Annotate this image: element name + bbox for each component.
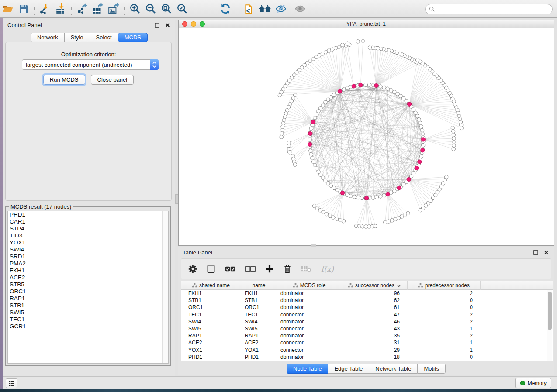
graph-node[interactable] xyxy=(335,188,339,192)
mcds-result-item[interactable]: YOX1 xyxy=(8,239,168,246)
graph-node[interactable] xyxy=(342,219,345,223)
graph-node[interactable] xyxy=(371,196,375,199)
search-field[interactable] xyxy=(425,4,553,14)
graph-hub-node[interactable] xyxy=(308,142,312,146)
graph-node[interactable] xyxy=(280,128,284,132)
graph-node[interactable] xyxy=(334,46,337,50)
table-row[interactable]: ORC1ORC1dominator610 xyxy=(181,304,553,311)
mcds-result-item[interactable]: SWI4 xyxy=(8,246,168,253)
mcds-result-item[interactable]: TID3 xyxy=(8,232,168,239)
delete-column-button[interactable] xyxy=(284,262,291,275)
graph-node[interactable] xyxy=(338,218,342,222)
graph-node[interactable] xyxy=(445,175,448,179)
graph-hub-node[interactable] xyxy=(407,177,411,181)
table-row[interactable]: SWI5SWI5connector431 xyxy=(181,325,553,332)
network-graph[interactable] xyxy=(179,28,554,245)
graph-node[interactable] xyxy=(367,83,371,86)
column-header-predecessor-nodes[interactable]: predecessor nodes xyxy=(408,281,481,290)
mcds-result-item[interactable]: GCR1 xyxy=(8,323,168,330)
mcds-list-scrollbar[interactable] xyxy=(162,211,168,363)
graph-node[interactable] xyxy=(337,45,341,49)
float-table-panel-icon[interactable] xyxy=(532,249,539,256)
graph-hub-node[interactable] xyxy=(397,186,401,190)
graph-node[interactable] xyxy=(361,39,365,43)
export-table-button[interactable] xyxy=(90,1,106,16)
deselect-all-button[interactable] xyxy=(245,262,256,275)
mcds-result-item[interactable]: SWI5 xyxy=(8,309,168,316)
graph-hub-node[interactable] xyxy=(415,166,419,170)
mcds-result-item[interactable]: STB5 xyxy=(8,281,168,288)
graph-hub-node[interactable] xyxy=(418,160,422,164)
graph-node[interactable] xyxy=(281,121,285,125)
tab-select[interactable]: Select xyxy=(90,33,118,42)
graph-hub-node[interactable] xyxy=(374,83,378,87)
mcds-result-item[interactable]: ORC1 xyxy=(8,288,168,295)
delete-table-button[interactable] xyxy=(301,262,311,275)
memory-button[interactable]: Memory xyxy=(515,378,551,388)
mcds-result-item[interactable]: PMA2 xyxy=(8,260,168,267)
graph-node[interactable] xyxy=(368,46,371,49)
graph-hub-node[interactable] xyxy=(352,84,356,88)
table-row[interactable]: FKH1FKH1dominator962 xyxy=(181,290,553,297)
add-column-button[interactable] xyxy=(265,262,274,275)
table-settings-button[interactable] xyxy=(188,262,197,275)
graph-node[interactable] xyxy=(346,42,349,45)
table-scrollbar-thumb[interactable] xyxy=(548,292,552,330)
mcds-result-item[interactable]: SRD1 xyxy=(8,253,168,260)
splitter-grip[interactable] xyxy=(175,194,178,204)
graph-node[interactable] xyxy=(382,193,386,197)
graph-node[interactable] xyxy=(356,196,360,199)
graph-node[interactable] xyxy=(335,217,338,220)
refresh-button[interactable] xyxy=(218,1,233,16)
close-panel-button[interactable]: Close panel xyxy=(91,75,134,85)
graph-node[interactable] xyxy=(311,156,314,160)
graph-node[interactable] xyxy=(415,114,419,118)
graph-hub-node[interactable] xyxy=(308,131,312,135)
show-columns-button[interactable] xyxy=(207,262,215,275)
graph-hub-node[interactable] xyxy=(359,83,363,87)
table-row[interactable]: SWI4SWI4dominator462 xyxy=(181,318,553,325)
graph-hub-node[interactable] xyxy=(364,196,368,200)
mcds-result-item[interactable]: TEC1 xyxy=(8,316,168,323)
graph-node[interactable] xyxy=(421,132,425,136)
graph-node[interactable] xyxy=(389,89,393,92)
graph-node[interactable] xyxy=(280,135,283,139)
graph-node[interactable] xyxy=(406,211,410,215)
column-header-name[interactable]: name xyxy=(241,281,277,290)
mcds-result-item[interactable]: STB1 xyxy=(8,302,168,309)
graph-node[interactable] xyxy=(341,43,344,47)
graph-node[interactable] xyxy=(384,220,387,224)
tab-mcds[interactable]: MCDS xyxy=(118,33,148,42)
vertical-splitter[interactable] xyxy=(175,20,178,376)
column-header-MCDS-role[interactable]: MCDS role xyxy=(277,281,342,290)
graph-node[interactable] xyxy=(360,196,363,199)
graph-node[interactable] xyxy=(315,113,318,116)
tab-network-table[interactable]: Network Table xyxy=(369,364,417,374)
graph-node[interactable] xyxy=(353,195,356,199)
graph-node[interactable] xyxy=(375,196,378,199)
graph-node[interactable] xyxy=(278,93,281,97)
column-header-shared-name[interactable]: shared name xyxy=(181,281,241,290)
table-row[interactable]: TEC1TEC1connector472 xyxy=(181,311,553,318)
close-table-panel-icon[interactable] xyxy=(543,249,550,256)
search-input[interactable] xyxy=(438,6,549,12)
graph-node[interactable] xyxy=(387,220,390,223)
mcds-result-item[interactable]: ACE2 xyxy=(8,274,168,281)
float-panel-icon[interactable] xyxy=(153,21,160,28)
graph-node[interactable] xyxy=(419,121,422,125)
graph-hub-node[interactable] xyxy=(421,148,425,152)
graph-node[interactable] xyxy=(415,58,419,62)
export-network-button[interactable] xyxy=(74,1,90,16)
function-builder-icon[interactable]: f(x) xyxy=(321,265,334,273)
mcds-result-item[interactable]: CAR1 xyxy=(8,218,168,225)
share-document-button[interactable] xyxy=(242,1,257,16)
houses-button[interactable] xyxy=(257,1,273,16)
zoom-out-button[interactable] xyxy=(143,1,159,16)
graph-hub-node[interactable] xyxy=(386,192,390,196)
graph-node[interactable] xyxy=(293,163,297,166)
graph-node[interactable] xyxy=(364,83,367,86)
mcds-result-item[interactable]: RAP1 xyxy=(8,295,168,302)
graph-node[interactable] xyxy=(313,163,317,167)
run-mcds-button[interactable]: Run MCDS xyxy=(43,75,85,85)
graph-node[interactable] xyxy=(349,194,353,198)
